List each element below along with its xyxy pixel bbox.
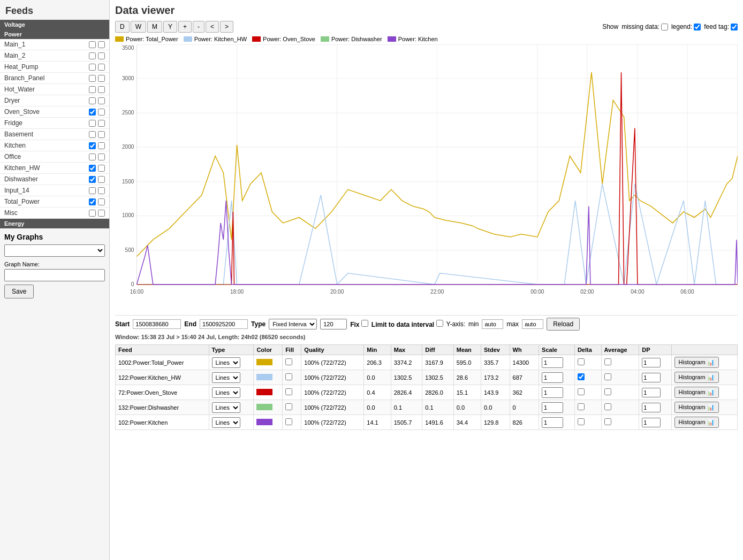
delta-cell[interactable]	[574, 415, 601, 430]
legend-checkbox[interactable]	[694, 24, 701, 30]
sidebar-cb2-Misc[interactable]	[98, 210, 105, 217]
fix-checkbox[interactable]	[361, 320, 368, 327]
feed-tag-label[interactable]: feed tag:	[704, 23, 738, 30]
toolbar-btn-d[interactable]: D	[115, 21, 130, 33]
dp-cell[interactable]	[639, 370, 671, 385]
average-cell[interactable]	[601, 400, 639, 415]
histogram-button[interactable]: Histogram 📊	[674, 387, 719, 398]
missing-data-checkbox[interactable]	[661, 24, 668, 30]
start-input[interactable]	[133, 319, 181, 329]
sidebar-cb2-Total_Power[interactable]	[98, 198, 105, 205]
type-cell[interactable]: Lines	[209, 415, 254, 430]
delta-cell[interactable]	[574, 370, 601, 385]
scale-cell[interactable]	[539, 400, 575, 415]
dp-cell[interactable]	[639, 355, 671, 370]
end-input[interactable]	[200, 319, 248, 329]
histogram-cell[interactable]: Histogram 📊	[671, 370, 737, 385]
delta-cell[interactable]	[574, 400, 601, 415]
average-cell[interactable]	[601, 370, 639, 385]
fill-cell[interactable]	[283, 355, 301, 370]
max-input[interactable]	[522, 319, 543, 329]
toolbar-btn->[interactable]: >	[220, 21, 233, 33]
fill-cell[interactable]	[283, 400, 301, 415]
save-button[interactable]: Save	[4, 285, 34, 298]
sidebar-cb1-Office[interactable]	[89, 154, 96, 160]
sidebar-cb1-Misc[interactable]	[89, 210, 96, 217]
fill-cell[interactable]	[283, 370, 301, 385]
legend-label[interactable]: legend:	[671, 23, 701, 30]
sidebar-cb2-Basement[interactable]	[98, 131, 105, 138]
type-select[interactable]: Lines	[212, 357, 240, 368]
min-input[interactable]	[482, 319, 503, 329]
sidebar-cb2-Branch_Panel[interactable]	[98, 75, 105, 82]
sidebar-cb1-Kitchen[interactable]	[89, 142, 96, 149]
sidebar-cb1-Heat_Pump[interactable]	[89, 64, 96, 71]
scale-cell[interactable]	[539, 385, 575, 400]
sidebar-cb1-Main_1[interactable]	[89, 41, 96, 48]
average-cell[interactable]	[601, 415, 639, 430]
toolbar-btn-+[interactable]: +	[178, 21, 192, 33]
histogram-button[interactable]: Histogram 📊	[674, 402, 719, 413]
delta-cell[interactable]	[574, 355, 601, 370]
graph-name-input[interactable]	[4, 269, 105, 281]
sidebar-cb2-Office[interactable]	[98, 154, 105, 160]
toolbar-btn-y[interactable]: Y	[163, 21, 177, 33]
type-cell[interactable]: Lines	[209, 400, 254, 415]
type-select[interactable]: Lines	[212, 402, 240, 413]
sidebar-cb2-Dishwasher[interactable]	[98, 176, 105, 183]
type-select[interactable]: Lines	[212, 372, 240, 383]
reload-button[interactable]: Reload	[547, 318, 580, 331]
sidebar-cb2-Main_1[interactable]	[98, 41, 105, 48]
limit-label[interactable]: Limit to data interval	[372, 320, 443, 328]
sidebar-cb2-Fridge[interactable]	[98, 120, 105, 127]
toolbar-btn-m[interactable]: M	[147, 21, 162, 33]
histogram-button[interactable]: Histogram 📊	[674, 357, 719, 368]
sidebar-cb2-Oven_Stove[interactable]	[98, 109, 105, 116]
toolbar-btn-<[interactable]: <	[206, 21, 219, 33]
sidebar-cb2-Dryer[interactable]	[98, 97, 105, 104]
histogram-cell[interactable]: Histogram 📊	[671, 400, 737, 415]
sidebar-cb1-Kitchen_HW[interactable]	[89, 165, 96, 172]
my-graphs-select[interactable]	[4, 244, 105, 257]
dp-cell[interactable]	[639, 385, 671, 400]
scale-cell[interactable]	[539, 370, 575, 385]
sidebar-cb2-Input_14[interactable]	[98, 187, 105, 194]
histogram-cell[interactable]: Histogram 📊	[671, 385, 737, 400]
sidebar-cb1-Branch_Panel[interactable]	[89, 75, 96, 82]
type-cell[interactable]: Lines	[209, 370, 254, 385]
sidebar-cb2-Kitchen[interactable]	[98, 142, 105, 149]
type-cell[interactable]: Lines	[209, 355, 254, 370]
sidebar-cb1-Dishwasher[interactable]	[89, 176, 96, 183]
type-select[interactable]: Lines	[212, 417, 240, 428]
sidebar-cb2-Kitchen_HW[interactable]	[98, 165, 105, 172]
sidebar-cb2-Hot_Water[interactable]	[98, 86, 105, 93]
sidebar-cb1-Total_Power[interactable]	[89, 198, 96, 205]
average-cell[interactable]	[601, 385, 639, 400]
sidebar-cb1-Dryer[interactable]	[89, 97, 96, 104]
histogram-button[interactable]: Histogram 📊	[674, 417, 719, 428]
toolbar-btn--[interactable]: -	[193, 21, 204, 33]
average-cell[interactable]	[601, 355, 639, 370]
sidebar-cb1-Main_2[interactable]	[89, 52, 96, 59]
fill-cell[interactable]	[283, 385, 301, 400]
type-select[interactable]: Lines	[212, 387, 240, 398]
limit-checkbox[interactable]	[436, 320, 443, 327]
fill-cell[interactable]	[283, 415, 301, 430]
feed-tag-checkbox[interactable]	[731, 24, 738, 30]
dp-cell[interactable]	[639, 400, 671, 415]
type-cell[interactable]: Lines	[209, 385, 254, 400]
histogram-cell[interactable]: Histogram 📊	[671, 355, 737, 370]
sidebar-cb1-Fridge[interactable]	[89, 120, 96, 127]
toolbar-btn-w[interactable]: W	[131, 21, 146, 33]
interval-input[interactable]	[320, 319, 347, 329]
delta-cell[interactable]	[574, 385, 601, 400]
histogram-button[interactable]: Histogram 📊	[674, 372, 719, 383]
histogram-cell[interactable]: Histogram 📊	[671, 415, 737, 430]
missing-data-label[interactable]: missing data:	[621, 23, 668, 30]
sidebar-cb1-Oven_Stove[interactable]	[89, 109, 96, 116]
sidebar-cb1-Input_14[interactable]	[89, 187, 96, 194]
sidebar-cb1-Basement[interactable]	[89, 131, 96, 138]
dp-cell[interactable]	[639, 415, 671, 430]
sidebar-cb2-Heat_Pump[interactable]	[98, 64, 105, 71]
sidebar-cb1-Hot_Water[interactable]	[89, 86, 96, 93]
